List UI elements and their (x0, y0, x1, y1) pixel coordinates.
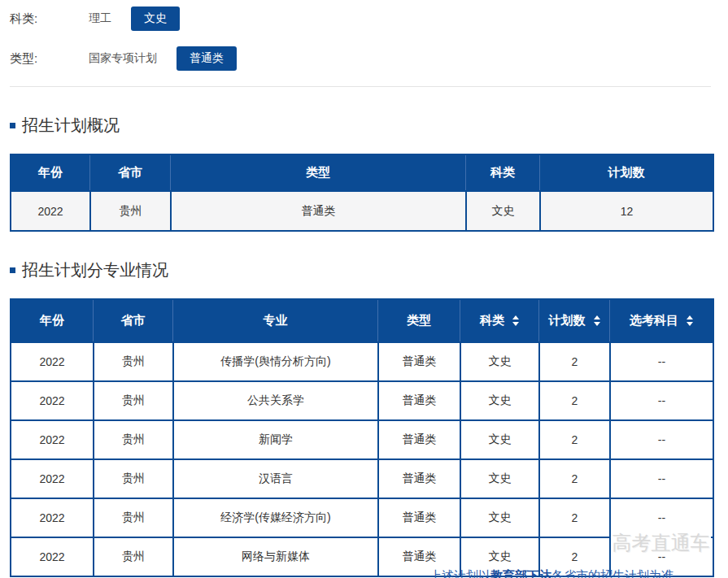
filter-row-type: 类型: 国家专项计划 普通类 (10, 46, 711, 71)
cell-year: 2022 (11, 538, 93, 576)
cell-count: 2 (538, 382, 609, 419)
cell-type: 普通类 (377, 421, 460, 458)
table-row: 2022 贵州 新闻学 普通类 文史 2 -- (11, 419, 713, 458)
sort-icon[interactable] (512, 315, 519, 326)
majors-title-text: 招生计划分专业情况 (22, 259, 168, 281)
overview-cell-count: 12 (539, 192, 713, 230)
majors-header-count[interactable]: 计划数 (538, 300, 609, 341)
cell-major: 新闻学 (172, 421, 377, 458)
majors-table-header-row: 年份 省市 专业 类型 科类 计划数 选考科目 (11, 300, 713, 341)
majors-header-elective[interactable]: 选考科目 (609, 300, 713, 341)
cell-subject: 文史 (460, 343, 538, 380)
table-row: 2022 贵州 汉语言 普通类 文史 2 -- (11, 458, 713, 498)
cell-year: 2022 (11, 382, 93, 419)
cell-count: 2 (538, 421, 609, 458)
cell-type: 普通类 (377, 343, 460, 380)
overview-cell-year: 2022 (11, 192, 89, 230)
cell-subject: 文史 (460, 421, 538, 458)
filter-type-label: 类型: (10, 51, 54, 67)
footnote: 上述计划以教育部下达各省市的招生计划为准 (429, 568, 674, 578)
overview-table: 年份 省市 类型 科类 计划数 2022 贵州 普通类 文史 12 (10, 154, 714, 232)
cell-elective: -- (609, 460, 713, 498)
cell-type: 普通类 (377, 499, 460, 537)
overview-cell-subject: 文史 (465, 192, 539, 230)
filter-subject-option-wenshi[interactable]: 文史 (131, 7, 180, 31)
footnote-post: 各省市的招生计划为准 (551, 568, 674, 578)
cell-type: 普通类 (377, 382, 460, 419)
overview-table-header-row: 年份 省市 类型 科类 计划数 (11, 155, 713, 190)
cell-major: 经济学(传媒经济方向) (172, 499, 377, 537)
overview-header-year: 年份 (11, 155, 89, 190)
cell-year: 2022 (11, 460, 93, 498)
sort-icon[interactable] (687, 315, 693, 326)
square-bullet-icon (10, 267, 15, 273)
majors-header-subject[interactable]: 科类 (460, 300, 538, 341)
cell-year: 2022 (11, 421, 93, 458)
cell-province: 贵州 (93, 421, 172, 458)
overview-cell-type: 普通类 (170, 192, 465, 230)
overview-header-province: 省市 (89, 155, 170, 190)
table-row: 2022 贵州 普通类 文史 12 (11, 190, 713, 230)
cell-province: 贵州 (93, 499, 172, 537)
cell-year: 2022 (11, 499, 93, 537)
cell-elective: -- (609, 421, 713, 458)
footnote-pre: 上述计划以 (429, 568, 490, 578)
overview-title-text: 招生计划概况 (22, 115, 120, 137)
cell-province: 贵州 (93, 382, 172, 419)
table-row: 2022 贵州 公共关系学 普通类 文史 2 -- (11, 380, 713, 419)
cell-subject: 文史 (460, 382, 538, 419)
cell-province: 贵州 (93, 538, 172, 576)
sort-icon[interactable] (594, 315, 600, 326)
majors-header-year: 年份 (11, 300, 93, 341)
overview-header-count: 计划数 (539, 155, 713, 190)
majors-header-major: 专业 (172, 300, 377, 341)
majors-header-elective-label: 选考科目 (630, 313, 678, 328)
watermark: 高考直通车 (611, 531, 711, 554)
page: 科类: 理工 文史 类型: 国家专项计划 普通类 招生计划概况 年份 省市 类型… (0, 0, 728, 578)
table-row: 2022 贵州 经济学(传媒经济方向) 普通类 文史 2 -- (11, 498, 713, 537)
overview-section-title: 招生计划概况 (10, 115, 711, 137)
cell-elective: -- (609, 382, 713, 419)
majors-section-title: 招生计划分专业情况 (10, 259, 711, 281)
cell-major: 公共关系学 (172, 382, 377, 419)
cell-year: 2022 (11, 343, 93, 380)
cell-subject: 文史 (460, 499, 538, 537)
cell-count: 2 (538, 343, 609, 380)
majors-table: 年份 省市 专业 类型 科类 计划数 选考科目 2022 贵州 传播学(舆情分析… (10, 298, 714, 577)
majors-header-subject-label: 科类 (480, 313, 504, 328)
filter-subject-option-ligong[interactable]: 理工 (76, 7, 124, 31)
overview-cell-province: 贵州 (89, 192, 170, 230)
filter-type-option-guojia[interactable]: 国家专项计划 (76, 46, 170, 71)
cell-count: 2 (538, 460, 609, 498)
divider (10, 86, 711, 87)
cell-count: 2 (538, 499, 609, 537)
cell-elective: -- (609, 343, 713, 380)
filter-type-option-putong[interactable]: 普通类 (177, 46, 237, 71)
square-bullet-icon (10, 123, 15, 128)
overview-header-subject: 科类 (465, 155, 539, 190)
cell-subject: 文史 (460, 460, 538, 498)
table-row: 2022 贵州 传播学(舆情分析方向) 普通类 文史 2 -- (11, 341, 713, 380)
cell-province: 贵州 (93, 343, 172, 380)
cell-type: 普通类 (377, 460, 460, 498)
cell-major: 汉语言 (172, 460, 377, 498)
filter-row-subject: 科类: 理工 文史 (10, 7, 711, 31)
cell-major: 传播学(舆情分析方向) (172, 343, 377, 380)
majors-header-type: 类型 (377, 300, 460, 341)
overview-header-type: 类型 (170, 155, 465, 190)
filter-subject-label: 科类: (10, 11, 54, 27)
cell-province: 贵州 (93, 460, 172, 498)
majors-header-province: 省市 (93, 300, 172, 341)
majors-header-count-label: 计划数 (549, 313, 586, 328)
cell-major: 网络与新媒体 (172, 538, 377, 576)
footnote-emphasis: 教育部下达 (490, 568, 551, 578)
